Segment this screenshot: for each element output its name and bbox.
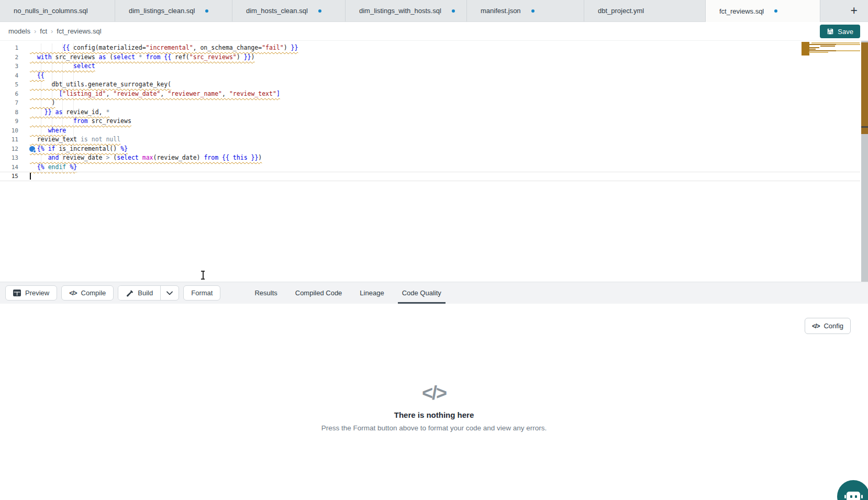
code-text: dbt_utils.generate_surrogate_key( (30, 80, 171, 90)
format-button-label: Format (191, 289, 213, 297)
code-line[interactable]: 14 {% endif %} (0, 163, 860, 172)
code-text: {{ config(materialized="incremental", on… (30, 43, 298, 53)
breadcrumb-separator-icon: › (51, 27, 53, 35)
tab-label: manifest.json (481, 7, 521, 15)
table-icon (13, 290, 21, 296)
config-button[interactable]: </> Config (805, 318, 851, 334)
panel-tab-results[interactable]: Results (246, 282, 286, 304)
line-number: 5 (0, 80, 30, 90)
editor-tab[interactable]: dbt_project.yml (584, 0, 706, 21)
scrollbar-cursor-mark (861, 126, 868, 128)
breadcrumb: models›fct›fct_reviews.sql (8, 27, 102, 35)
preview-button[interactable]: Preview (5, 285, 57, 301)
compile-button[interactable]: </> Compile (61, 285, 114, 301)
app-window: no_nulls_in_columns.sqldim_listings_clea… (0, 0, 868, 500)
save-button-label: Save (838, 28, 853, 36)
tab-label: dbt_project.yml (598, 7, 644, 15)
code-text: {% if is_incremental() %} (30, 145, 128, 154)
code-line[interactable]: 4 {{ (0, 71, 860, 81)
unsaved-changes-dot-icon (774, 9, 777, 13)
compile-button-label: Compile (81, 289, 106, 297)
code-line[interactable]: 5 dbt_utils.generate_surrogate_key( (0, 80, 860, 90)
line-number: 7 (0, 98, 30, 108)
code-text: ["listing_id", "review_date", "reviewer_… (30, 90, 280, 99)
code-line[interactable]: 7 ) (0, 98, 860, 108)
empty-state: </> There is nothing here Press the Form… (0, 382, 868, 432)
code-text: and review_date > (select max(review_dat… (30, 153, 262, 163)
config-button-label: Config (824, 322, 843, 330)
tab-label: dim_listings_clean.sql (129, 7, 195, 15)
empty-state-title: There is nothing here (0, 410, 868, 419)
code-text: where (30, 126, 66, 136)
code-line[interactable]: 1 {{ config(materialized="incremental", … (0, 43, 860, 53)
code-line[interactable]: 6 ["listing_id", "review_date", "reviewe… (0, 90, 860, 99)
chevron-down-icon (166, 291, 173, 295)
editor-tab[interactable]: dim_listings_clean.sql (115, 0, 232, 21)
code-text: {{ (30, 71, 44, 81)
code-lines: 1 {{ config(materialized="incremental", … (0, 41, 860, 181)
format-button[interactable]: Format (183, 285, 220, 301)
editor-tab[interactable]: dim_hosts_clean.sql (232, 0, 346, 21)
panel-tab-compiled-code[interactable]: Compiled Code (286, 282, 351, 304)
code-line[interactable]: 9 from src_reviews (0, 117, 860, 126)
code-line[interactable]: 12 {% if is_incremental() %} (0, 145, 860, 154)
code-text: from src_reviews (30, 117, 131, 126)
editor-tab[interactable]: fct_reviews.sql (706, 0, 820, 22)
line-number: 2 (0, 53, 30, 62)
editor-tab[interactable]: no_nulls_in_columns.sql (0, 0, 115, 21)
text-caret (30, 173, 31, 180)
save-icon (827, 28, 834, 35)
editor-tab[interactable]: dim_listings_with_hosts.sql (346, 0, 467, 21)
code-editor[interactable]: 1 {{ config(materialized="incremental", … (0, 41, 868, 282)
breadcrumb-item[interactable]: fct (40, 27, 47, 35)
code-text: }} as review_id, * (30, 108, 109, 117)
panel-tab-code-quality[interactable]: Code Quality (393, 282, 450, 304)
code-line[interactable]: 11 review_text is not null (0, 135, 860, 145)
breadcrumb-separator-icon: › (34, 27, 36, 35)
line-number: 9 (0, 117, 30, 126)
build-dropdown-button[interactable] (161, 286, 179, 300)
save-button[interactable]: Save (820, 25, 860, 38)
tab-label: fct_reviews.sql (719, 7, 764, 15)
code-icon: </> (69, 290, 76, 297)
scrollbar-warning-marks (861, 42, 868, 134)
robot-chat-icon (847, 492, 860, 500)
code-line[interactable]: 8 }} as review_id, * (0, 108, 860, 117)
file-header-bar: models›fct›fct_reviews.sql Save (0, 22, 868, 41)
breadcrumb-item[interactable]: fct_reviews.sql (57, 27, 101, 35)
tab-label: dim_listings_with_hosts.sql (359, 7, 441, 15)
unsaved-changes-dot-icon (205, 9, 208, 13)
build-button[interactable]: Build (118, 286, 160, 300)
editor-tab-bar: no_nulls_in_columns.sqldim_listings_clea… (0, 0, 868, 22)
code-line[interactable]: 13 and review_date > (select max(review_… (0, 153, 860, 163)
code-line[interactable]: 15 (0, 172, 860, 181)
line-number: 8 (0, 108, 30, 117)
breadcrumb-item[interactable]: models (8, 27, 30, 35)
hammer-icon (126, 289, 133, 297)
build-split-button: Build (118, 285, 179, 301)
tab-bar-filler: + (820, 0, 868, 21)
code-line[interactable]: 2 with src_reviews as (select * from {{ … (0, 53, 860, 62)
preview-button-label: Preview (25, 289, 49, 297)
new-tab-button[interactable]: + (849, 5, 860, 17)
line-number: 14 (0, 163, 30, 172)
code-line[interactable]: 3 select (0, 62, 860, 71)
unsaved-changes-dot-icon (452, 9, 455, 13)
line-number: 10 (0, 126, 30, 136)
code-line[interactable]: 10 where (0, 126, 860, 136)
code-icon: </> (812, 323, 819, 330)
code-action-lightbulb-icon[interactable] (29, 146, 35, 152)
line-number: 6 (0, 90, 30, 99)
unsaved-changes-dot-icon (318, 9, 321, 13)
code-text: with src_reviews as (select * from {{ re… (30, 53, 254, 62)
line-number: 3 (0, 62, 30, 71)
editor-tab[interactable]: manifest.json (467, 0, 584, 21)
tab-label: no_nulls_in_columns.sql (14, 7, 88, 15)
panel-tab-lineage[interactable]: Lineage (351, 282, 393, 304)
line-number: 12 (0, 145, 30, 154)
empty-state-subtitle: Press the Format button above to format … (0, 424, 868, 432)
results-tab-strip: ResultsCompiled CodeLineageCode Quality (246, 282, 450, 304)
editor-scrollbar[interactable] (861, 41, 868, 282)
line-number: 4 (0, 71, 30, 81)
build-button-label: Build (138, 289, 153, 297)
